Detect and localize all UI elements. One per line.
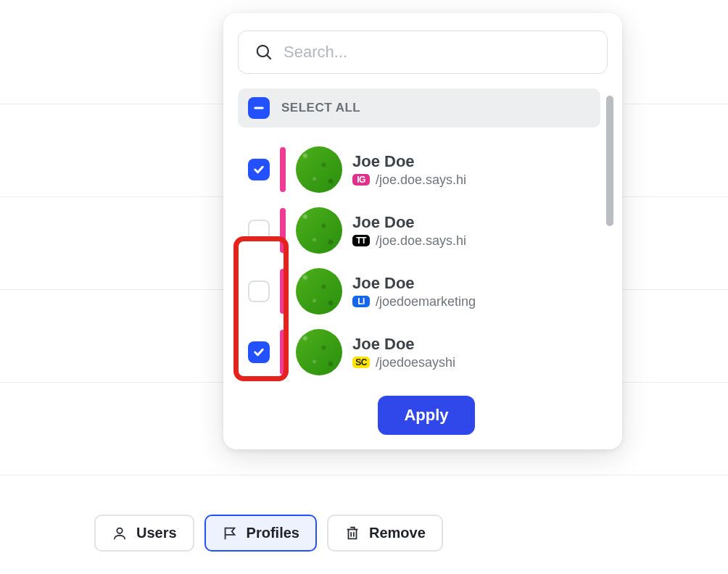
profile-info: Joe Doe IG /joe.doe.says.hi — [352, 152, 466, 188]
profile-item[interactable]: Joe Doe SC /joedoesayshi — [238, 322, 600, 383]
profile-name: Joe Doe — [352, 152, 466, 171]
users-label: Users — [136, 525, 177, 541]
search-icon — [255, 43, 273, 62]
select-all-label: SELECT ALL — [281, 101, 360, 115]
remove-button[interactable]: Remove — [327, 515, 443, 552]
apply-row: Apply — [238, 396, 615, 435]
svg-line-1 — [267, 55, 270, 59]
platform-badge-li: LI — [352, 296, 370, 307]
scrollbar-thumb[interactable] — [606, 96, 613, 226]
trash-icon — [344, 525, 360, 541]
profile-checkbox[interactable] — [248, 159, 270, 180]
platform-badge-tt: TT — [352, 235, 370, 246]
profile-handle-row: SC /joedoesayshi — [352, 355, 455, 370]
profile-name: Joe Doe — [352, 335, 455, 354]
profile-info: Joe Doe SC /joedoesayshi — [352, 335, 455, 370]
avatar — [296, 207, 342, 254]
profile-item[interactable]: Joe Doe TT /joe.doe.says.hi — [238, 200, 600, 261]
profile-checkbox[interactable] — [248, 220, 270, 241]
profile-checkbox[interactable] — [248, 341, 270, 363]
avatar — [296, 268, 342, 315]
profile-select-popover: SELECT ALL Joe Doe IG /joe.doe.says.hi — [223, 13, 622, 449]
profile-handle: /joedoemarketing — [376, 294, 476, 309]
users-button[interactable]: Users — [94, 515, 194, 552]
profile-accent-bar — [280, 330, 286, 375]
profiles-label: Profiles — [247, 525, 299, 541]
search-field-wrap[interactable] — [238, 30, 608, 74]
profile-accent-bar — [280, 269, 286, 314]
profile-info: Joe Doe LI /joedoemarketing — [352, 274, 476, 309]
svg-point-3 — [117, 528, 122, 533]
profile-name: Joe Doe — [352, 274, 476, 293]
check-icon — [252, 346, 265, 359]
search-input[interactable] — [284, 43, 591, 62]
profile-accent-bar — [280, 208, 286, 253]
flag-icon — [222, 525, 238, 541]
bottom-toolbar: Users Profiles Remove — [94, 515, 443, 552]
profile-accent-bar — [280, 147, 286, 192]
profile-checkbox[interactable] — [248, 280, 270, 302]
apply-button[interactable]: Apply — [378, 396, 474, 435]
check-icon — [252, 163, 265, 176]
profile-info: Joe Doe TT /joe.doe.says.hi — [352, 213, 466, 249]
profile-handle: /joedoesayshi — [376, 355, 455, 370]
select-all-row[interactable]: SELECT ALL — [238, 88, 600, 128]
profile-item[interactable]: Joe Doe IG /joe.doe.says.hi — [238, 139, 600, 200]
avatar — [296, 146, 342, 193]
select-all-checkbox[interactable] — [248, 97, 270, 119]
profiles-button[interactable]: Profiles — [204, 515, 317, 552]
platform-badge-sc: SC — [352, 357, 370, 368]
profile-handle-row: LI /joedoemarketing — [352, 294, 476, 309]
minus-icon — [252, 101, 265, 115]
profile-list: SELECT ALL Joe Doe IG /joe.doe.says.hi — [238, 88, 615, 383]
user-icon — [112, 525, 128, 541]
profile-handle-row: IG /joe.doe.says.hi — [352, 172, 466, 188]
profile-handle: /joe.doe.says.hi — [376, 233, 466, 249]
profile-handle: /joe.doe.says.hi — [376, 172, 466, 188]
svg-point-0 — [257, 46, 268, 57]
platform-badge-ig: IG — [352, 174, 370, 186]
profile-handle-row: TT /joe.doe.says.hi — [352, 233, 466, 249]
profile-item[interactable]: Joe Doe LI /joedoemarketing — [238, 261, 600, 322]
profile-name: Joe Doe — [352, 213, 466, 232]
remove-label: Remove — [369, 525, 426, 541]
avatar — [296, 329, 342, 375]
